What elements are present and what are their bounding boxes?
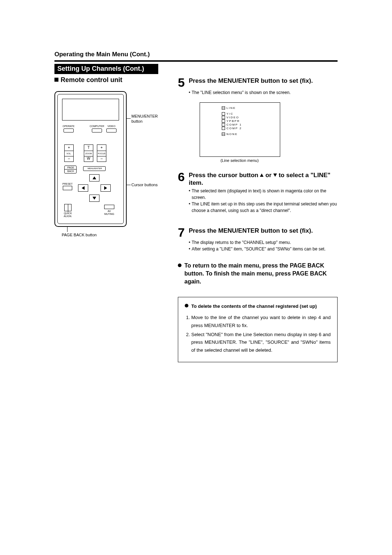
label-video: VIDEO: [106, 125, 117, 127]
pageback-divider: [64, 169, 77, 170]
step-7: 7 Press the MENU/ENTER button to set (fi…: [178, 226, 338, 238]
label-preset: PRESET: [61, 183, 74, 185]
arrow-right-icon: [104, 186, 107, 190]
remote-inner-frame: OPERATE COMPUTER VIDEO + VOL. – T: [57, 94, 124, 224]
screen-caption: (Line selection menu): [200, 158, 279, 163]
step-7-title: Press the MENU/ENTER button to set (fix)…: [189, 226, 313, 238]
square-bullet-icon: [54, 78, 58, 82]
step-5: 5 Press the MENU/ENTER button to set (fi…: [178, 76, 338, 89]
chapter-heading: Operating the Main Menu (Cont.): [54, 51, 338, 58]
callout-cursor: Cursor buttons: [131, 183, 158, 187]
label-av-1: AV: [103, 210, 115, 212]
av-muting-button[interactable]: [104, 205, 114, 209]
step-6-bullet-2: The LINE item set up in this step uses t…: [192, 201, 338, 214]
remote-ir-window: [62, 99, 119, 121]
screen-item-yc: Y/C: [226, 112, 233, 115]
step-6-bullet-1: The selected item (displayed in text) is…: [192, 188, 338, 201]
remote-body: OPERATE COMPUTER VIDEO + VOL. – T: [54, 91, 127, 227]
label-av-2: MUTING: [102, 213, 117, 215]
arrow-up-icon: [93, 176, 96, 179]
checkbox-icon: [222, 119, 225, 123]
pageback-bot-text: BACK: [65, 170, 77, 172]
arrow-left-icon: [82, 186, 85, 190]
remote-heading: Remote control unit: [54, 76, 160, 84]
step-5-number: 5: [178, 76, 187, 89]
step-7-body: •The display returns to the "CHANNEL set…: [189, 239, 338, 252]
focus-rocker[interactable]: + FOCUS –: [97, 144, 106, 162]
step-6-number: 6: [178, 171, 187, 187]
step-5-title: Press the MENU/ENTER button to set (fix)…: [189, 76, 313, 89]
step-6: 6 Press the cursor button or to select a…: [178, 171, 338, 187]
step-5-bullet-1: The "LINE selection menu" is shown on th…: [192, 89, 291, 96]
cursor-down-button[interactable]: [89, 195, 99, 202]
left-column: Remote control unit MENU/ENTER button Cu…: [54, 76, 160, 362]
remote-heading-text: Remote control unit: [61, 76, 122, 83]
step-7-bullet-1: The display returns to the "CHANNEL setu…: [192, 239, 291, 246]
triangle-up-icon: [260, 174, 264, 177]
operate-button[interactable]: [64, 128, 74, 132]
cursor-left-button[interactable]: [78, 184, 88, 192]
vol-plus[interactable]: +: [65, 145, 73, 151]
step-6-body: •The selected item (displayed in text) i…: [189, 188, 338, 214]
label-quick-2: ALIGN.: [62, 215, 74, 217]
video-button[interactable]: [106, 128, 117, 132]
checkbox-icon: [222, 106, 225, 110]
focus-minus[interactable]: –: [97, 156, 106, 162]
callout-page-back: PAGE BACK button: [62, 233, 97, 237]
callout-menu-enter: MENU/ENTER button: [131, 114, 160, 124]
step-7-bullet-2: After setting a "LINE" item, "SOURCE" an…: [192, 246, 326, 252]
checkbox-icon: [222, 112, 225, 115]
vol-minus[interactable]: –: [65, 156, 73, 162]
zoom-t[interactable]: T: [84, 145, 93, 151]
manual-page: Operating the Main Menu (Cont.) Setting …: [54, 51, 338, 362]
volume-rocker[interactable]: + VOL. –: [64, 144, 74, 162]
computer-button[interactable]: [92, 128, 102, 132]
section-title: Setting Up Channels (Cont.): [54, 64, 158, 74]
focus-plus[interactable]: +: [97, 145, 106, 151]
screen-item-none: NONE: [226, 132, 238, 136]
delete-step-1: Move to the line of the channel you want…: [191, 314, 331, 329]
screen-item-comp1: COMP 1: [226, 123, 242, 126]
label-quick-1: QUICK: [62, 212, 74, 215]
checkbox-icon: [222, 123, 225, 126]
checkbox-icon: [222, 116, 225, 119]
page-back-button[interactable]: PAGE BACK: [64, 166, 77, 174]
triangle-down-icon: [273, 174, 277, 177]
delete-box-heading: To delete the contents of the channel re…: [191, 302, 317, 310]
screen-item-comp2: COMP 2: [226, 127, 242, 130]
remote-diagram: MENU/ENTER button Cursor buttons PAGE BA…: [54, 91, 160, 251]
step-7-number: 7: [178, 226, 187, 238]
delete-step-2: Select "NONE" from the Line Selection me…: [191, 331, 331, 354]
cursor-right-button[interactable]: [101, 184, 111, 192]
label-computer: COMPUTER: [90, 125, 104, 127]
preset-button[interactable]: [63, 186, 72, 190]
quick-align-button[interactable]: [64, 204, 72, 211]
arrow-down-icon: [93, 197, 96, 200]
pageback-top-text: PAGE: [65, 166, 77, 169]
cursor-pad: [77, 174, 111, 201]
step-6-title: Press the cursor button or to select a "…: [189, 171, 338, 187]
right-column: 5 Press the MENU/ENTER button to set (fi…: [160, 76, 338, 362]
return-note-text: To return to the main menu, press the PA…: [184, 262, 338, 286]
return-note: To return to the main menu, press the PA…: [178, 262, 338, 286]
menu-enter-text: MENU/ENTER: [83, 167, 106, 170]
screen-item-video: VIDEO: [226, 116, 239, 119]
screen-item-ypbpr: YPBPR: [226, 119, 240, 123]
zoom-rocker[interactable]: T ZOOM W: [84, 144, 93, 162]
line-selection-screen: LINE Y/C VIDEO YPBPR COMP 1 COMP 2 NONE: [200, 102, 280, 157]
cursor-up-button[interactable]: [89, 174, 99, 181]
delete-channel-box: To delete the contents of the channel re…: [178, 297, 338, 363]
disc-bullet-icon: [178, 264, 181, 267]
heading-rule: [54, 60, 338, 62]
screen-item-line: LINE: [226, 106, 236, 110]
checkbox-icon: [222, 132, 225, 136]
zoom-w[interactable]: W: [84, 156, 93, 162]
disc-bullet-icon: [185, 304, 188, 307]
step-5-body: •The "LINE selection menu" is shown on t…: [189, 89, 338, 96]
label-operate: OPERATE: [62, 125, 75, 127]
menu-enter-button[interactable]: MENU/ENTER: [83, 166, 106, 171]
checkbox-icon: [222, 127, 225, 130]
